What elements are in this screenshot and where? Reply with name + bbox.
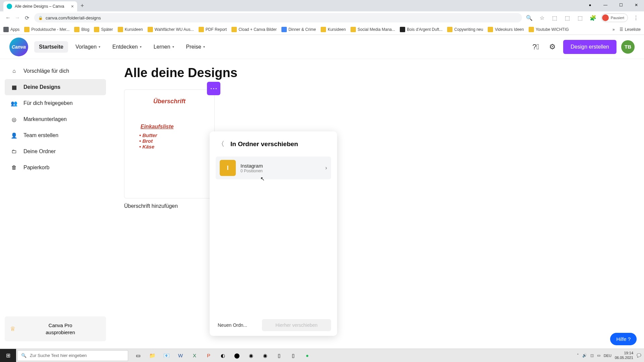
close-window-button[interactable]: ✕: [629, 0, 644, 10]
chevron-down-icon: ▾: [203, 45, 205, 49]
obs-icon[interactable]: ⬤: [230, 349, 244, 362]
help-icon[interactable]: ?⃝: [530, 41, 542, 53]
address-bar[interactable]: 🔒 canva.com/folder/all-designs: [34, 13, 522, 22]
folder-icon: [199, 27, 204, 32]
bookmark-item[interactable]: Youtube WICHTIG: [529, 27, 569, 32]
mail-icon[interactable]: 📧: [160, 349, 173, 362]
share-icon: 👥: [10, 99, 18, 107]
sidebar-item-shared[interactable]: 👥Für dich freigegeben: [5, 95, 106, 111]
canva-logo[interactable]: Canva: [9, 38, 28, 56]
nav-learn[interactable]: Lernen▾: [149, 41, 179, 53]
chrome-icon[interactable]: ◉: [244, 349, 258, 362]
language-indicator[interactable]: DEU: [604, 354, 611, 358]
page-title: Alle deine Designs: [124, 66, 631, 80]
powerpoint-icon[interactable]: P: [202, 349, 215, 362]
bookmark-item[interactable]: Social Media Mana...: [351, 27, 395, 32]
bookmark-item[interactable]: Kursideen: [321, 27, 346, 32]
bookmark-item[interactable]: Dinner & Crime: [281, 27, 316, 32]
folder-icon: [74, 27, 79, 32]
folder-sub-label: 0 Positionen: [240, 169, 325, 173]
ext3-icon[interactable]: ⬚: [576, 13, 585, 22]
bookmark-reading-list[interactable]: ☰Leseliste: [620, 27, 641, 32]
help-button[interactable]: Hilfe ?: [610, 333, 637, 345]
app-icon[interactable]: ▯: [286, 349, 300, 362]
app-icon[interactable]: ▯: [272, 349, 286, 362]
browser-tab[interactable]: Alle deine Designs – Canva ×: [3, 1, 77, 11]
folder-icon: [400, 27, 405, 32]
sidebar-item-suggestions[interactable]: ⌂Vorschläge für dich: [5, 63, 106, 79]
ext1-icon[interactable]: ⬚: [550, 13, 559, 22]
folder-icon: 🗀: [10, 147, 18, 156]
design-thumbnail[interactable]: ⋯ Überschrift Einkaufsliste Butter Brot …: [124, 89, 215, 198]
back-button[interactable]: ←: [3, 13, 13, 22]
bookmark-overflow[interactable]: »: [612, 27, 615, 32]
nav-discover[interactable]: Entdecken▾: [108, 41, 146, 53]
bookmark-item[interactable]: Wahlfächer WU Aus...: [148, 27, 194, 32]
explorer-icon[interactable]: 📁: [146, 349, 159, 362]
ext2-icon[interactable]: ⬚: [563, 13, 572, 22]
folder-icon: [351, 27, 356, 32]
nav-templates[interactable]: Vorlagen▾: [71, 41, 105, 53]
volume-icon[interactable]: 🔊: [582, 353, 587, 358]
bookmark-item[interactable]: Kursideen: [118, 27, 143, 32]
thumb-heading: Überschrift: [132, 98, 207, 105]
battery-icon[interactable]: ▭: [597, 353, 600, 358]
bookmark-item[interactable]: Blog: [74, 27, 89, 32]
sidebar-item-folders[interactable]: 🗀Deine Ordner: [5, 143, 106, 160]
extensions-icon[interactable]: 🧩: [588, 13, 598, 22]
profile-pill[interactable]: Pausiert: [601, 13, 628, 22]
folder-name-label: Instagram: [240, 163, 325, 169]
user-avatar[interactable]: TB: [621, 40, 635, 54]
bookmark-item[interactable]: PDF Report: [199, 27, 227, 32]
bookmark-item[interactable]: Produktsuche - Mer...: [24, 27, 69, 32]
spotify-icon[interactable]: ●: [301, 349, 314, 362]
taskbar-search[interactable]: 🔍 Zur Suche Text hier eingeben: [17, 350, 128, 361]
menu-icon[interactable]: ⋮: [631, 13, 641, 22]
design-card[interactable]: ⋯ Überschrift Einkaufsliste Butter Brot …: [124, 89, 215, 209]
canva-pro-card[interactable]: ♕ Canva Proausprobieren: [5, 316, 106, 341]
url-text: canva.com/folder/all-designs: [46, 15, 101, 20]
nav-pricing[interactable]: Preise▾: [181, 41, 210, 53]
chevron-down-icon: ▾: [99, 45, 100, 49]
clock[interactable]: 19:14 06.05.2021: [615, 351, 633, 360]
reload-button[interactable]: ⟳: [22, 13, 32, 22]
minimize-button[interactable]: ―: [598, 0, 613, 10]
app-icon[interactable]: ◐: [216, 349, 229, 362]
more-options-button[interactable]: ⋯: [207, 82, 220, 95]
account-dot-icon[interactable]: ●: [582, 0, 598, 10]
sidebar-item-team[interactable]: 👤Team erstellen: [5, 127, 106, 143]
bookmark-item[interactable]: Cload + Canva Bilder: [231, 27, 277, 32]
zoom-icon[interactable]: 🔍: [525, 13, 534, 22]
bookmark-item[interactable]: Videokurs Ideen: [488, 27, 524, 32]
wifi-icon[interactable]: ◫: [590, 353, 594, 358]
grid-icon: ▦: [10, 83, 18, 91]
new-tab-button[interactable]: +: [80, 2, 84, 9]
nav-home[interactable]: Startseite: [34, 41, 68, 53]
maximize-button[interactable]: ☐: [613, 0, 629, 10]
create-design-button[interactable]: Design erstellen: [563, 40, 616, 54]
word-icon[interactable]: W: [174, 349, 187, 362]
close-tab-icon[interactable]: ×: [71, 4, 74, 9]
bookmark-apps[interactable]: Apps: [3, 27, 19, 32]
trash-icon: 🗑: [10, 164, 18, 172]
sidebar-item-trash[interactable]: 🗑Papierkorb: [5, 160, 106, 176]
search-icon: 🔍: [21, 353, 26, 358]
folder-row-instagram[interactable]: I Instagram 0 Positionen ›: [216, 157, 331, 179]
edge-icon[interactable]: ◉: [258, 349, 272, 362]
sidebar-item-your-designs[interactable]: ▦Deine Designs: [5, 79, 106, 95]
notifications-icon[interactable]: 💬: [637, 353, 641, 358]
star-icon[interactable]: ☆: [537, 13, 547, 22]
move-here-button: Hierher verschieben: [262, 319, 331, 331]
bookmark-item[interactable]: Später: [94, 27, 113, 32]
new-folder-button[interactable]: Neuen Ordn...: [216, 319, 259, 331]
bookmark-item[interactable]: Bois d'Argent Duft...: [400, 27, 442, 32]
sidebar-item-brand[interactable]: ◎Markenunterlagen: [5, 111, 106, 127]
excel-icon[interactable]: X: [188, 349, 201, 362]
tray-chevron-icon[interactable]: ˄: [577, 353, 579, 358]
popover-back-button[interactable]: 〈: [216, 139, 226, 149]
settings-icon[interactable]: ⚙: [546, 41, 558, 53]
start-button[interactable]: ⊞: [0, 349, 16, 362]
bookmark-item[interactable]: Copywriting neu: [447, 27, 483, 32]
forward-button[interactable]: →: [13, 13, 22, 22]
task-view-icon[interactable]: ▭: [131, 349, 145, 362]
